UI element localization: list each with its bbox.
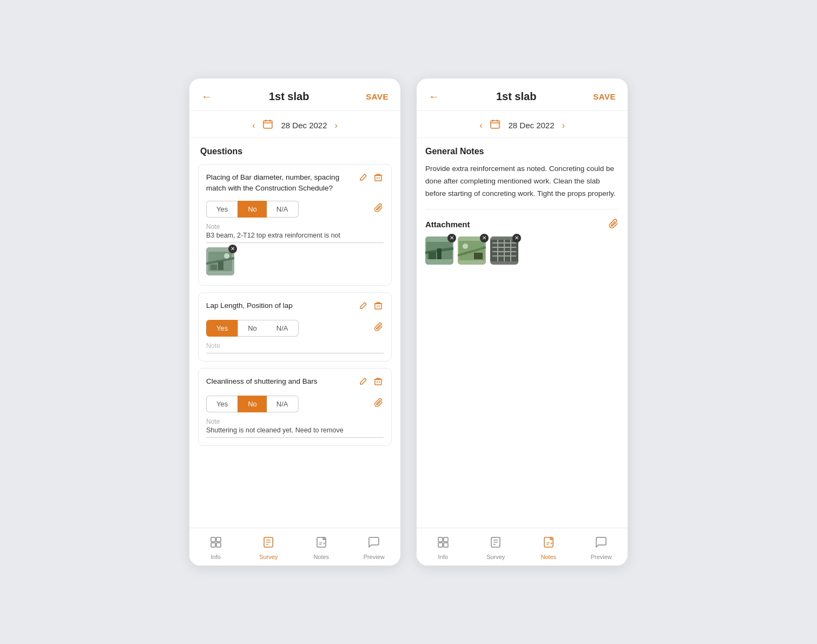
- left-calendar-icon[interactable]: [262, 119, 273, 132]
- question-3-actions: [358, 376, 384, 389]
- svg-rect-57: [444, 537, 448, 542]
- left-back-button[interactable]: ←: [201, 90, 212, 103]
- svg-rect-46: [474, 253, 483, 259]
- question-2-na-button[interactable]: N/A: [267, 320, 299, 337]
- question-2-text: Lap Length, Position of lap: [206, 300, 358, 311]
- svg-rect-13: [218, 261, 223, 270]
- svg-rect-56: [438, 537, 443, 542]
- left-nav-notes-label: Notes: [313, 554, 329, 560]
- question-2-answer-buttons: Yes No N/A: [206, 320, 299, 337]
- left-prev-date-button[interactable]: ‹: [252, 121, 255, 130]
- question-3-na-button[interactable]: N/A: [267, 396, 299, 412]
- attachment-images: ✕ ✕ ✕: [425, 236, 619, 265]
- question-1-attach-button[interactable]: [374, 203, 384, 215]
- svg-rect-24: [211, 543, 215, 547]
- left-section-title: Questions: [198, 147, 392, 156]
- question-2-delete-button[interactable]: [373, 300, 384, 313]
- question-2-note-section: Note: [206, 342, 384, 353]
- question-3-header: Cleanliness of shuttering and Bars: [206, 376, 384, 389]
- question-2-attach-button[interactable]: [374, 322, 384, 334]
- attachment-add-button[interactable]: [608, 218, 619, 231]
- left-header: ← 1st slab SAVE: [189, 78, 400, 111]
- question-2-yes-button[interactable]: Yes: [206, 320, 238, 337]
- left-nav-info[interactable]: Info: [189, 534, 242, 562]
- right-prev-date-button[interactable]: ‹: [479, 121, 482, 130]
- right-preview-icon: [595, 536, 608, 552]
- question-1-answer-row: Yes No N/A: [206, 201, 384, 218]
- question-1-delete-button[interactable]: [373, 172, 384, 185]
- left-nav-survey-label: Survey: [259, 554, 278, 560]
- question-1-note-label: Note: [206, 223, 384, 231]
- svg-rect-59: [444, 543, 448, 547]
- svg-rect-23: [216, 537, 221, 542]
- question-3-answer-row: Yes No N/A: [206, 396, 384, 412]
- svg-rect-22: [211, 537, 215, 542]
- right-calendar-icon[interactable]: [490, 119, 500, 132]
- question-2-answer-row: Yes No N/A: [206, 320, 384, 337]
- question-card-3: Cleanliness of shuttering and Bars Yes N…: [198, 368, 392, 446]
- question-2-header: Lap Length, Position of lap: [206, 300, 384, 313]
- question-1-edit-button[interactable]: [358, 172, 368, 185]
- attachment-title: Attachment: [425, 220, 470, 229]
- right-nav-info[interactable]: Info: [417, 534, 470, 562]
- question-3-attach-button[interactable]: [374, 398, 384, 410]
- right-header: ← 1st slab SAVE: [417, 78, 628, 111]
- left-next-date-button[interactable]: ›: [335, 121, 338, 130]
- svg-rect-0: [263, 121, 272, 128]
- right-save-button[interactable]: SAVE: [593, 92, 616, 101]
- question-2-edit-button[interactable]: [358, 300, 368, 313]
- left-date-bar: ‹ 28 Dec 2022 ›: [189, 111, 400, 138]
- right-bottom-nav: Info Survey Notes Preview: [417, 528, 628, 566]
- left-content: Questions Placing of Bar diameter, numbe…: [189, 138, 400, 528]
- question-3-delete-button[interactable]: [373, 376, 384, 389]
- right-back-button[interactable]: ←: [429, 90, 439, 103]
- left-notes-icon: [315, 536, 328, 552]
- attachment-image-2-close-button[interactable]: ✕: [480, 234, 489, 242]
- attachment-image-1-wrap: ✕: [425, 236, 453, 265]
- question-1-yes-button[interactable]: Yes: [206, 201, 238, 218]
- right-date-text: 28 Dec 2022: [508, 121, 554, 130]
- question-2-no-button[interactable]: No: [238, 320, 267, 337]
- left-nav-preview[interactable]: Preview: [348, 534, 401, 562]
- question-3-no-button[interactable]: No: [238, 396, 267, 412]
- right-nav-survey[interactable]: Survey: [470, 534, 523, 562]
- question-1-no-button[interactable]: No: [238, 201, 267, 218]
- right-nav-notes[interactable]: Notes: [522, 534, 575, 562]
- left-title: 1st slab: [269, 90, 309, 103]
- question-3-edit-button[interactable]: [358, 376, 368, 389]
- svg-rect-40: [429, 252, 436, 259]
- right-nav-preview[interactable]: Preview: [575, 534, 628, 562]
- right-survey-icon: [489, 536, 502, 552]
- question-1-image-close-button[interactable]: ✕: [228, 245, 237, 253]
- general-notes-title: General Notes: [425, 147, 619, 156]
- left-survey-icon: [262, 536, 275, 552]
- attachment-image-2-wrap: ✕: [458, 236, 486, 265]
- left-save-button[interactable]: SAVE: [366, 92, 388, 101]
- question-1-na-button[interactable]: N/A: [267, 201, 299, 218]
- question-3-note-label: Note: [206, 418, 384, 425]
- right-nav-preview-label: Preview: [591, 554, 612, 560]
- attachment-section-header: Attachment: [425, 218, 619, 231]
- right-next-date-button[interactable]: ›: [562, 121, 565, 130]
- question-card-2: Lap Length, Position of lap Yes No: [198, 292, 392, 362]
- attachment-image-1-close-button[interactable]: ✕: [447, 234, 456, 242]
- svg-rect-41: [437, 248, 442, 259]
- right-notes-icon: [542, 536, 555, 552]
- attachment-image-3-close-button[interactable]: ✕: [512, 234, 521, 242]
- question-1-answer-buttons: Yes No N/A: [206, 201, 299, 218]
- question-1-note-section: Note B3 beam, 2-T12 top extra reinforcme…: [206, 223, 384, 278]
- right-nav-notes-label: Notes: [541, 554, 556, 560]
- left-nav-notes[interactable]: Notes: [295, 534, 348, 562]
- right-info-icon: [437, 536, 450, 552]
- attachment-image-3-wrap: ✕: [490, 236, 518, 265]
- question-3-yes-button[interactable]: Yes: [206, 396, 238, 412]
- right-title: 1st slab: [496, 90, 536, 103]
- svg-rect-12: [210, 265, 217, 270]
- question-card-1: Placing of Bar diameter, number, spacing…: [198, 164, 392, 286]
- svg-rect-14: [375, 304, 381, 309]
- svg-point-45: [463, 244, 468, 249]
- general-notes-text: Provide extra reinforcement as noted. Co…: [425, 163, 619, 209]
- question-3-answer-buttons: Yes No N/A: [206, 396, 299, 412]
- left-nav-survey[interactable]: Survey: [242, 534, 295, 562]
- left-info-icon: [209, 536, 222, 552]
